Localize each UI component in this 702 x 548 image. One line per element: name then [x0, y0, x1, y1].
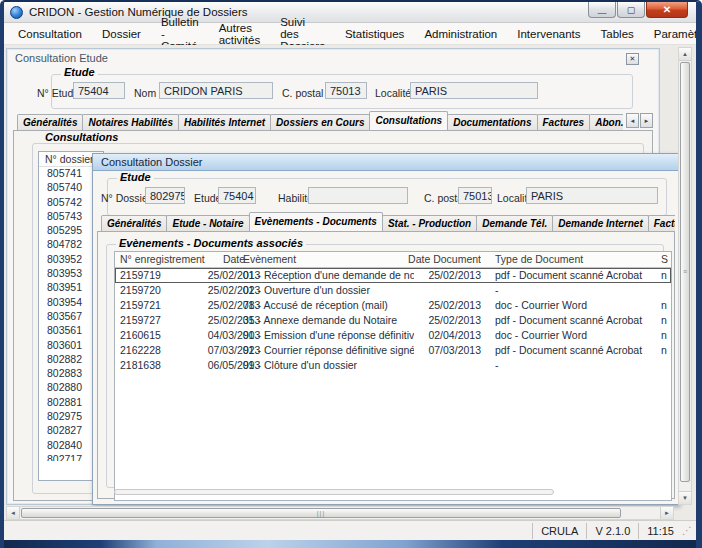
cell-num-enregistrement: 2160615	[120, 329, 205, 341]
habilite-field[interactable]	[308, 187, 408, 204]
etude-tab[interactable]: Généralités	[17, 114, 83, 130]
minimize-button[interactable]: —	[588, 2, 616, 18]
dossier-tab[interactable]: Demande Tél.	[476, 215, 553, 231]
etude-localite-field[interactable]: PARIS	[410, 82, 538, 99]
table-row[interactable]: 2159720 25/02/2013 02 - Ouverture d'un d…	[115, 283, 671, 298]
num-dossier-field[interactable]: 802975	[145, 187, 185, 204]
cell-clipped: n	[645, 329, 672, 341]
dossier-etude-field[interactable]: 75404	[218, 187, 256, 204]
etude-tab[interactable]: Documentations	[447, 114, 537, 130]
etude-window-title: Consultation Etude	[15, 52, 108, 64]
vertical-scrollbar-thumb[interactable]: ≡	[680, 62, 690, 482]
close-button[interactable]: ✕	[646, 2, 688, 18]
cell-num-enregistrement: 2181638	[120, 359, 205, 371]
tab-scroll-left-button[interactable]: ◄	[626, 113, 639, 128]
num-dossier-label: N° Dossier	[101, 192, 151, 204]
nom-label: Nom	[134, 87, 156, 99]
etude-cp-field[interactable]: 75013	[325, 82, 367, 99]
main-vertical-scrollbar[interactable]: ▲ ≡ ▼	[678, 47, 692, 505]
etude-tab[interactable]: Abon. & Cpt	[589, 114, 623, 130]
num-etude-field[interactable]: 75404	[73, 82, 125, 99]
dossier-group-legend: Etude	[117, 171, 154, 183]
consultations-group-legend: Consultations	[42, 131, 121, 143]
nom-field[interactable]: CRIDON PARIS	[159, 82, 273, 99]
status-bar: CRULA V 2.1.0 11:15 ⋰	[4, 520, 696, 540]
cell-type-document: -	[495, 284, 643, 296]
table-row[interactable]: 2160615 04/03/2013 90 - Emission d'une r…	[115, 328, 671, 343]
status-version: V 2.1.0	[586, 523, 638, 539]
dossier-tab[interactable]: Factures	[648, 215, 675, 231]
cell-evenement: 90 - Emission d'une réponse définitive	[242, 329, 414, 341]
etude-tab[interactable]: Notaires Habilités	[82, 114, 178, 130]
status-user: CRULA	[532, 523, 586, 539]
cell-evenement: 35 - Annexe demande du Notaire	[242, 314, 414, 326]
col-header[interactable]: Type de Document	[495, 253, 643, 265]
scroll-right-button[interactable]: ►	[660, 507, 673, 519]
scroll-down-button[interactable]: ▼	[679, 491, 691, 504]
menu-item[interactable]: Statistiques	[335, 25, 414, 43]
cell-num-enregistrement: 2162228	[120, 344, 205, 356]
cell-type-document: pdf - Document scanné Acrobat	[495, 344, 643, 356]
cell-date-document: 25/02/2013	[405, 299, 481, 311]
cell-clipped: n	[645, 299, 672, 311]
dossier-tab[interactable]: Etude - Notaire	[166, 215, 249, 231]
col-header[interactable]: Date Document	[405, 253, 481, 265]
scroll-up-button[interactable]: ▲	[679, 48, 691, 61]
etude-close-button[interactable]: ✕	[626, 53, 639, 65]
horizontal-scrollbar-thumb[interactable]: |||	[21, 508, 621, 518]
menu-item[interactable]: Tables	[591, 25, 644, 43]
menu-item[interactable]: Autres activités	[209, 19, 271, 49]
dossier-tab[interactable]: Demande Internet	[552, 215, 648, 231]
menu-item[interactable]: Paramètres	[644, 25, 702, 43]
table-row[interactable]: 2162228 07/03/2013 92 - Courrier réponse…	[115, 343, 671, 358]
etude-tab[interactable]: Consultations	[369, 111, 448, 130]
menu-item[interactable]: Administration	[414, 25, 507, 43]
scroll-left-button[interactable]: ◄	[7, 507, 20, 519]
child-close-icon: ✕	[630, 55, 636, 62]
events-table-header[interactable]: N° enregistrement Date Evènement Date Do…	[115, 252, 671, 268]
app-icon	[10, 6, 23, 19]
cell-date-document: 02/04/2013	[405, 329, 481, 341]
window-bottom-border	[4, 540, 696, 548]
etude-localite-label: Localité	[375, 87, 411, 99]
mdi-client-area: Consultation Etude ✕ Etude N° Etude 7540…	[4, 45, 696, 520]
table-row[interactable]: 2181638 06/05/2013 99 - Clôture d'un dos…	[115, 358, 671, 373]
main-window: CRIDON - Gestion Numérique de Dossiers —…	[0, 0, 702, 548]
cell-evenement: 99 - Clôture d'un dossier	[242, 359, 414, 371]
etude-tab[interactable]: Habilités Internet	[178, 114, 271, 130]
etude-tab[interactable]: Factures	[537, 114, 591, 130]
dossier-tab-panel: Evènements - Documents associés N° enreg…	[97, 231, 675, 499]
cell-num-enregistrement: 2159720	[120, 284, 205, 296]
table-row[interactable]: 2159721 25/02/2013 78 - Accusé de récept…	[115, 298, 671, 313]
table-row[interactable]: 2159727 25/02/2013 35 - Annexe demande d…	[115, 313, 671, 328]
table-row[interactable]: 2159719 25/02/2013 01 - Réception d'une …	[115, 268, 671, 283]
resize-grip-icon[interactable]: ⋰	[682, 523, 696, 539]
dossier-horizontal-scrollbar[interactable]	[114, 489, 554, 495]
col-header[interactable]: Evènement	[242, 253, 414, 265]
cell-date-document: 07/03/2013	[405, 344, 481, 356]
cell-num-enregistrement: 2159719	[120, 269, 205, 281]
dossier-tab[interactable]: Evènements - Documents	[249, 212, 383, 231]
menu-item[interactable]: Dossier	[92, 25, 151, 43]
cell-evenement: 78 - Accusé de réception (mail)	[242, 299, 414, 311]
dossier-tab[interactable]: Généralités	[101, 215, 167, 231]
dossier-window-titlebar[interactable]: Consultation Dossier	[93, 154, 679, 171]
etude-tab[interactable]: Dossiers en Cours	[270, 114, 370, 130]
col-header[interactable]: N° enregistrement	[120, 253, 205, 265]
dossier-cp-field[interactable]: 75013	[458, 187, 492, 204]
cell-type-document: doc - Courrier Word	[495, 299, 643, 311]
cell-num-enregistrement: 2159727	[120, 314, 205, 326]
dossier-localite-field[interactable]: PARIS	[526, 187, 658, 204]
cell-type-document: pdf - Document scanné Acrobat	[495, 314, 643, 326]
menu-item[interactable]: Intervenants	[507, 25, 590, 43]
dossier-tab[interactable]: Stat. - Production	[382, 215, 477, 231]
tab-scroll-left-icon: ◄	[630, 118, 636, 124]
col-header-clipped[interactable]: S	[645, 253, 672, 265]
menu-item[interactable]: Consultation	[8, 25, 92, 43]
cell-date-document: 25/02/2013	[405, 314, 481, 326]
scroll-right-icon: ►	[664, 510, 670, 516]
maximize-button[interactable]: ▢	[617, 2, 645, 18]
tab-scroll-right-button[interactable]: ►	[640, 113, 653, 128]
main-horizontal-scrollbar[interactable]: ◄ ||| ►	[6, 506, 674, 520]
etude-cp-label: C. postal	[282, 87, 323, 99]
